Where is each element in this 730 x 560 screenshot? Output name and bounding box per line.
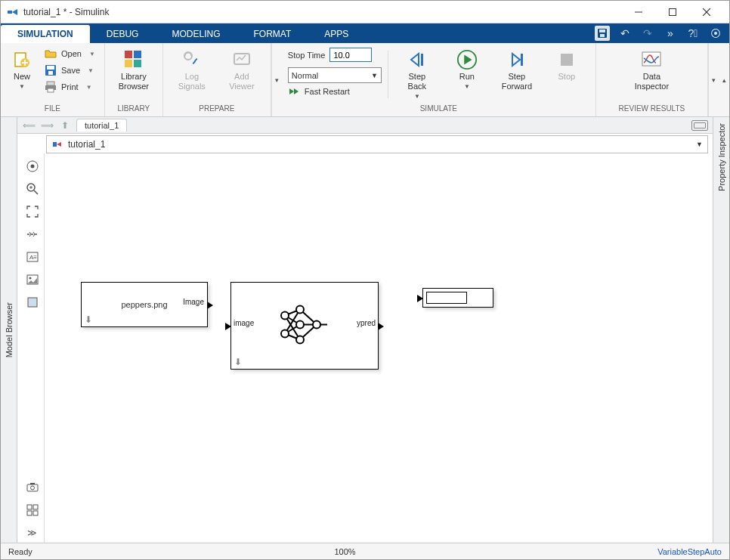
stop-time-label: Stop Time <box>288 51 326 60</box>
undo-icon[interactable]: ↶ <box>617 26 633 41</box>
svg-rect-7 <box>600 34 605 37</box>
block-image-from-file[interactable]: peppers.png Image ⬇ <box>81 282 208 327</box>
svg-rect-6 <box>599 29 605 32</box>
fast-restart-label[interactable]: Fast Restart <box>305 87 350 96</box>
tab-format[interactable]: FORMAT <box>237 25 308 43</box>
run-button[interactable]: Run ▼ <box>444 46 490 93</box>
chevron-down-icon: ▼ <box>464 83 470 90</box>
block-predict[interactable]: image ypred <box>230 282 379 370</box>
display-field <box>426 292 467 304</box>
redo-icon[interactable]: ↷ <box>640 26 655 41</box>
viewmarks-icon[interactable] <box>23 500 42 520</box>
nav-forward-icon[interactable]: ⟹ <box>40 119 54 132</box>
svg-point-58 <box>296 306 304 314</box>
add-viewer-button[interactable]: Add Viewer <box>219 46 264 94</box>
group-file: New ▼ Open ▼ Save ▼ Print ▼ <box>1 43 105 116</box>
model-tab[interactable]: tutorial_1 <box>76 119 127 131</box>
maximize-button[interactable] <box>655 1 689 23</box>
breadcrumb-bar[interactable]: tutorial_1 ▼ <box>46 135 708 153</box>
chevron-down-icon: ▼ <box>89 51 95 57</box>
svg-rect-12 <box>48 71 53 75</box>
toolstrip-ribbon: New ▼ Open ▼ Save ▼ Print ▼ <box>1 43 729 117</box>
output-port-icon[interactable] <box>207 302 213 309</box>
tab-modeling[interactable]: MODELING <box>155 25 237 43</box>
screenshot-icon[interactable] <box>23 478 42 497</box>
stop-time-input[interactable] <box>329 48 372 62</box>
new-button[interactable]: New ▼ <box>7 46 37 93</box>
svg-rect-17 <box>134 51 141 58</box>
print-button[interactable]: Print ▼ <box>42 79 98 94</box>
simulation-mode-select[interactable]: Normal ▼ <box>288 67 382 83</box>
svg-rect-44 <box>27 511 32 515</box>
status-zoom[interactable]: 100% <box>334 547 355 556</box>
save-button[interactable]: Save ▼ <box>42 63 98 78</box>
image-icon[interactable] <box>23 270 42 289</box>
svg-point-56 <box>281 312 289 320</box>
svg-rect-11 <box>47 66 54 70</box>
review-expand-icon[interactable]: ▾ <box>708 43 719 116</box>
group-prepare: Log Signals Add Viewer PREPARE <box>163 43 271 116</box>
nav-up-icon[interactable]: ⬆ <box>58 119 72 132</box>
block-display[interactable] <box>422 288 493 308</box>
svg-rect-41 <box>30 483 35 484</box>
tab-apps[interactable]: APPS <box>308 25 365 43</box>
model-browser-panel[interactable]: Model Browser <box>1 117 17 543</box>
area-icon[interactable] <box>23 292 42 312</box>
quick-save-icon[interactable] <box>595 26 610 41</box>
library-browser-button[interactable]: Library Browser <box>111 46 156 94</box>
log-signals-icon <box>181 49 203 70</box>
svg-line-31 <box>34 190 38 194</box>
add-viewer-icon <box>231 49 252 70</box>
chevron-down-icon: ▼ <box>414 93 420 100</box>
canvas-palette: A≡ ≫ <box>20 153 45 543</box>
stop-icon <box>556 49 577 70</box>
status-solver[interactable]: VariableStepAuto <box>657 547 722 556</box>
stop-button[interactable]: Stop <box>544 46 589 85</box>
model-canvas[interactable]: peppers.png Image ⬇ image ypred <box>45 153 713 543</box>
open-button[interactable]: Open ▼ <box>42 46 98 61</box>
expand-icon[interactable]: ≫ <box>23 523 42 543</box>
ribbon-collapse-icon[interactable]: ▴ <box>719 43 729 116</box>
group-simulate: Stop Time Normal ▼ Fast Restart Step Bac… <box>282 43 596 116</box>
title-bar: tutorial_1 * - Simulink <box>1 1 729 23</box>
log-signals-button[interactable]: Log Signals <box>169 46 215 94</box>
status-bar: Ready 100% VariableStepAuto <box>1 543 729 559</box>
svg-rect-43 <box>33 505 38 509</box>
tab-simulation[interactable]: SIMULATION <box>1 25 90 43</box>
data-inspector-button[interactable]: Data Inspector <box>629 46 674 94</box>
nav-back-icon[interactable]: ⟸ <box>22 119 36 132</box>
svg-rect-13 <box>47 82 54 85</box>
fast-restart-icon[interactable] <box>288 85 300 97</box>
chevron-down-icon[interactable]: ▼ <box>696 141 703 148</box>
svg-rect-25 <box>561 54 573 66</box>
prepare-expand-icon[interactable]: ▾ <box>271 43 282 116</box>
toolstrip-tabs: SIMULATION DEBUG MODELING FORMAT APPS ↶ … <box>1 23 729 43</box>
keyboard-icon[interactable] <box>691 120 708 131</box>
quick-more-icon[interactable]: » <box>663 26 678 41</box>
close-button[interactable] <box>689 1 723 23</box>
svg-point-37 <box>29 277 31 280</box>
minimize-button[interactable] <box>621 1 655 23</box>
svg-rect-27 <box>53 142 57 147</box>
input-port-icon[interactable] <box>417 295 423 302</box>
output-port-icon[interactable] <box>378 323 384 330</box>
zoom-icon[interactable] <box>23 179 42 199</box>
svg-rect-42 <box>27 505 32 509</box>
property-inspector-panel[interactable]: Property Inspector <box>713 117 729 543</box>
new-icon <box>11 49 32 70</box>
folder-open-icon <box>45 48 57 60</box>
svg-point-61 <box>313 321 320 329</box>
fit-to-view-icon[interactable] <box>23 202 42 221</box>
hide-navigate-icon[interactable] <box>23 156 42 176</box>
sample-time-icon[interactable] <box>23 224 42 244</box>
step-back-button[interactable]: Step Back ▼ <box>394 46 440 103</box>
window-title: tutorial_1 * - Simulink <box>23 7 621 17</box>
step-forward-button[interactable]: Step Forward <box>494 46 540 94</box>
input-port-icon[interactable] <box>225 323 231 330</box>
gear-icon[interactable]: ⦿ <box>708 26 723 41</box>
help-icon[interactable]: ?⃝ <box>685 26 701 41</box>
step-forward-icon <box>506 49 527 70</box>
annotation-icon[interactable]: A≡ <box>23 247 42 267</box>
group-review-results: Data Inspector REVIEW RESULTS <box>596 43 708 116</box>
tab-debug[interactable]: DEBUG <box>90 25 156 43</box>
